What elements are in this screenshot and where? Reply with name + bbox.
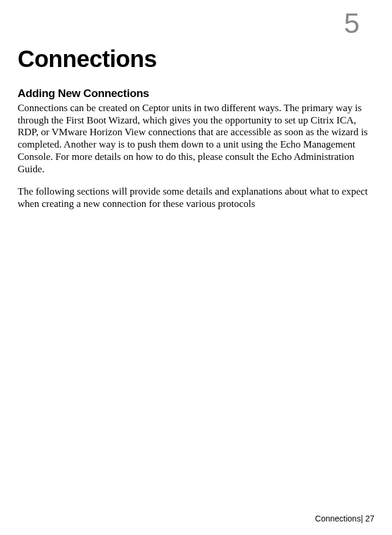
page-footer: Connections| 27 [315, 514, 374, 523]
chapter-number: 5 [344, 7, 360, 39]
body-paragraph-2: The following sections will provide some… [18, 186, 374, 210]
body-paragraph-1: Connections can be created on Ceptor uni… [18, 102, 374, 175]
page-title: Connections [18, 46, 374, 72]
section-heading: Adding New Connections [18, 87, 374, 100]
